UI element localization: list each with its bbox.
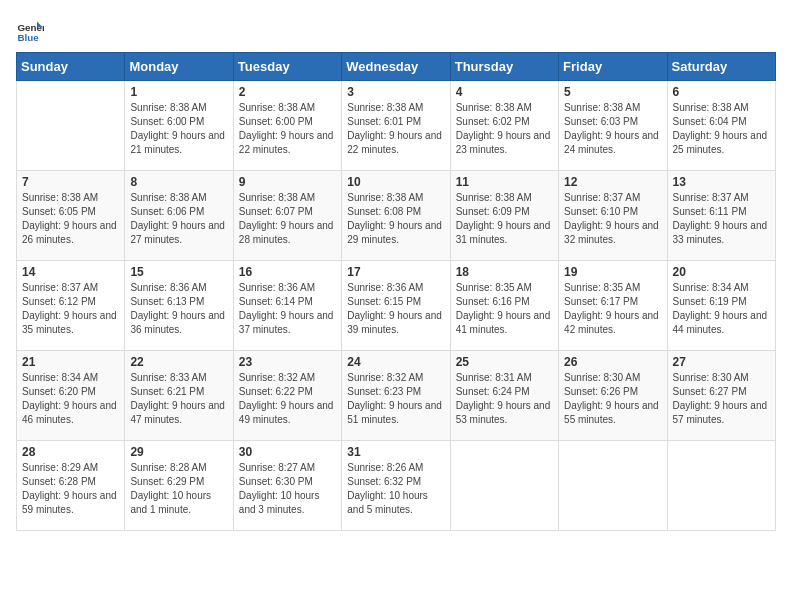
logo-icon: General Blue	[16, 16, 44, 44]
day-number: 4	[456, 85, 553, 99]
calendar-cell: 26 Sunrise: 8:30 AMSunset: 6:26 PMDaylig…	[559, 351, 667, 441]
day-number: 9	[239, 175, 336, 189]
day-detail: Sunrise: 8:37 AMSunset: 6:11 PMDaylight:…	[673, 191, 770, 247]
day-number: 25	[456, 355, 553, 369]
day-detail: Sunrise: 8:38 AMSunset: 6:04 PMDaylight:…	[673, 101, 770, 157]
day-number: 13	[673, 175, 770, 189]
day-detail: Sunrise: 8:29 AMSunset: 6:28 PMDaylight:…	[22, 461, 119, 517]
day-number: 26	[564, 355, 661, 369]
day-number: 8	[130, 175, 227, 189]
day-detail: Sunrise: 8:26 AMSunset: 6:32 PMDaylight:…	[347, 461, 444, 517]
week-row-1: 1 Sunrise: 8:38 AMSunset: 6:00 PMDayligh…	[17, 81, 776, 171]
calendar-cell: 12 Sunrise: 8:37 AMSunset: 6:10 PMDaylig…	[559, 171, 667, 261]
day-detail: Sunrise: 8:38 AMSunset: 6:01 PMDaylight:…	[347, 101, 444, 157]
calendar-header-row: SundayMondayTuesdayWednesdayThursdayFrid…	[17, 53, 776, 81]
week-row-4: 21 Sunrise: 8:34 AMSunset: 6:20 PMDaylig…	[17, 351, 776, 441]
day-detail: Sunrise: 8:35 AMSunset: 6:17 PMDaylight:…	[564, 281, 661, 337]
header-day-thursday: Thursday	[450, 53, 558, 81]
calendar-cell: 7 Sunrise: 8:38 AMSunset: 6:05 PMDayligh…	[17, 171, 125, 261]
day-number: 23	[239, 355, 336, 369]
day-number: 22	[130, 355, 227, 369]
calendar-table: SundayMondayTuesdayWednesdayThursdayFrid…	[16, 52, 776, 531]
calendar-cell	[17, 81, 125, 171]
day-number: 7	[22, 175, 119, 189]
day-number: 28	[22, 445, 119, 459]
calendar-cell	[559, 441, 667, 531]
calendar-cell: 6 Sunrise: 8:38 AMSunset: 6:04 PMDayligh…	[667, 81, 775, 171]
day-detail: Sunrise: 8:34 AMSunset: 6:20 PMDaylight:…	[22, 371, 119, 427]
day-number: 24	[347, 355, 444, 369]
calendar-cell: 20 Sunrise: 8:34 AMSunset: 6:19 PMDaylig…	[667, 261, 775, 351]
logo: General Blue	[16, 16, 48, 44]
day-number: 27	[673, 355, 770, 369]
day-detail: Sunrise: 8:38 AMSunset: 6:06 PMDaylight:…	[130, 191, 227, 247]
day-number: 14	[22, 265, 119, 279]
calendar-cell: 18 Sunrise: 8:35 AMSunset: 6:16 PMDaylig…	[450, 261, 558, 351]
day-detail: Sunrise: 8:38 AMSunset: 6:00 PMDaylight:…	[130, 101, 227, 157]
calendar-cell: 25 Sunrise: 8:31 AMSunset: 6:24 PMDaylig…	[450, 351, 558, 441]
day-detail: Sunrise: 8:34 AMSunset: 6:19 PMDaylight:…	[673, 281, 770, 337]
calendar-cell: 15 Sunrise: 8:36 AMSunset: 6:13 PMDaylig…	[125, 261, 233, 351]
calendar-cell: 17 Sunrise: 8:36 AMSunset: 6:15 PMDaylig…	[342, 261, 450, 351]
day-number: 2	[239, 85, 336, 99]
day-detail: Sunrise: 8:27 AMSunset: 6:30 PMDaylight:…	[239, 461, 336, 517]
day-number: 17	[347, 265, 444, 279]
header-day-sunday: Sunday	[17, 53, 125, 81]
calendar-cell: 23 Sunrise: 8:32 AMSunset: 6:22 PMDaylig…	[233, 351, 341, 441]
calendar-cell: 19 Sunrise: 8:35 AMSunset: 6:17 PMDaylig…	[559, 261, 667, 351]
calendar-cell: 4 Sunrise: 8:38 AMSunset: 6:02 PMDayligh…	[450, 81, 558, 171]
day-detail: Sunrise: 8:38 AMSunset: 6:09 PMDaylight:…	[456, 191, 553, 247]
week-row-5: 28 Sunrise: 8:29 AMSunset: 6:28 PMDaylig…	[17, 441, 776, 531]
calendar-cell: 10 Sunrise: 8:38 AMSunset: 6:08 PMDaylig…	[342, 171, 450, 261]
day-number: 31	[347, 445, 444, 459]
calendar-cell	[450, 441, 558, 531]
day-detail: Sunrise: 8:38 AMSunset: 6:05 PMDaylight:…	[22, 191, 119, 247]
calendar-cell: 30 Sunrise: 8:27 AMSunset: 6:30 PMDaylig…	[233, 441, 341, 531]
calendar-cell: 21 Sunrise: 8:34 AMSunset: 6:20 PMDaylig…	[17, 351, 125, 441]
calendar-cell: 2 Sunrise: 8:38 AMSunset: 6:00 PMDayligh…	[233, 81, 341, 171]
calendar-cell: 24 Sunrise: 8:32 AMSunset: 6:23 PMDaylig…	[342, 351, 450, 441]
day-number: 1	[130, 85, 227, 99]
header-day-tuesday: Tuesday	[233, 53, 341, 81]
day-detail: Sunrise: 8:38 AMSunset: 6:08 PMDaylight:…	[347, 191, 444, 247]
calendar-cell: 16 Sunrise: 8:36 AMSunset: 6:14 PMDaylig…	[233, 261, 341, 351]
calendar-cell: 28 Sunrise: 8:29 AMSunset: 6:28 PMDaylig…	[17, 441, 125, 531]
day-number: 21	[22, 355, 119, 369]
day-number: 3	[347, 85, 444, 99]
header-day-friday: Friday	[559, 53, 667, 81]
calendar-cell: 22 Sunrise: 8:33 AMSunset: 6:21 PMDaylig…	[125, 351, 233, 441]
day-detail: Sunrise: 8:32 AMSunset: 6:22 PMDaylight:…	[239, 371, 336, 427]
header-day-monday: Monday	[125, 53, 233, 81]
day-detail: Sunrise: 8:38 AMSunset: 6:07 PMDaylight:…	[239, 191, 336, 247]
day-number: 16	[239, 265, 336, 279]
day-number: 15	[130, 265, 227, 279]
calendar-cell: 9 Sunrise: 8:38 AMSunset: 6:07 PMDayligh…	[233, 171, 341, 261]
calendar-cell: 8 Sunrise: 8:38 AMSunset: 6:06 PMDayligh…	[125, 171, 233, 261]
day-detail: Sunrise: 8:36 AMSunset: 6:13 PMDaylight:…	[130, 281, 227, 337]
calendar-cell: 1 Sunrise: 8:38 AMSunset: 6:00 PMDayligh…	[125, 81, 233, 171]
day-detail: Sunrise: 8:30 AMSunset: 6:27 PMDaylight:…	[673, 371, 770, 427]
day-detail: Sunrise: 8:37 AMSunset: 6:12 PMDaylight:…	[22, 281, 119, 337]
day-detail: Sunrise: 8:38 AMSunset: 6:03 PMDaylight:…	[564, 101, 661, 157]
day-number: 12	[564, 175, 661, 189]
calendar-cell: 31 Sunrise: 8:26 AMSunset: 6:32 PMDaylig…	[342, 441, 450, 531]
week-row-3: 14 Sunrise: 8:37 AMSunset: 6:12 PMDaylig…	[17, 261, 776, 351]
week-row-2: 7 Sunrise: 8:38 AMSunset: 6:05 PMDayligh…	[17, 171, 776, 261]
day-detail: Sunrise: 8:37 AMSunset: 6:10 PMDaylight:…	[564, 191, 661, 247]
calendar-cell: 5 Sunrise: 8:38 AMSunset: 6:03 PMDayligh…	[559, 81, 667, 171]
svg-text:Blue: Blue	[17, 32, 39, 43]
page-header: General Blue	[16, 16, 776, 44]
day-number: 30	[239, 445, 336, 459]
day-number: 19	[564, 265, 661, 279]
calendar-cell: 13 Sunrise: 8:37 AMSunset: 6:11 PMDaylig…	[667, 171, 775, 261]
day-detail: Sunrise: 8:28 AMSunset: 6:29 PMDaylight:…	[130, 461, 227, 517]
calendar-cell: 11 Sunrise: 8:38 AMSunset: 6:09 PMDaylig…	[450, 171, 558, 261]
day-detail: Sunrise: 8:38 AMSunset: 6:02 PMDaylight:…	[456, 101, 553, 157]
day-number: 5	[564, 85, 661, 99]
day-detail: Sunrise: 8:30 AMSunset: 6:26 PMDaylight:…	[564, 371, 661, 427]
day-detail: Sunrise: 8:35 AMSunset: 6:16 PMDaylight:…	[456, 281, 553, 337]
day-detail: Sunrise: 8:33 AMSunset: 6:21 PMDaylight:…	[130, 371, 227, 427]
day-detail: Sunrise: 8:31 AMSunset: 6:24 PMDaylight:…	[456, 371, 553, 427]
day-detail: Sunrise: 8:36 AMSunset: 6:14 PMDaylight:…	[239, 281, 336, 337]
day-number: 20	[673, 265, 770, 279]
